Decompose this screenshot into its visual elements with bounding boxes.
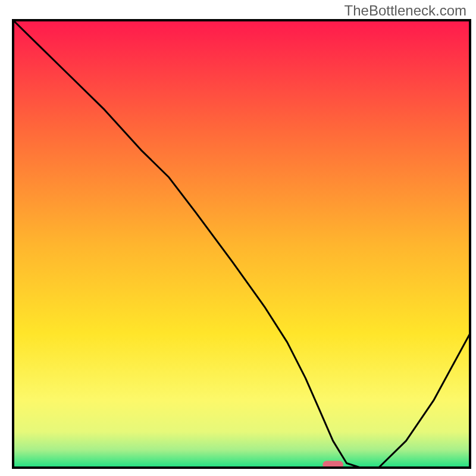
bottleneck-chart bbox=[0, 0, 476, 476]
chart-container: TheBottleneck.com bbox=[0, 0, 476, 476]
